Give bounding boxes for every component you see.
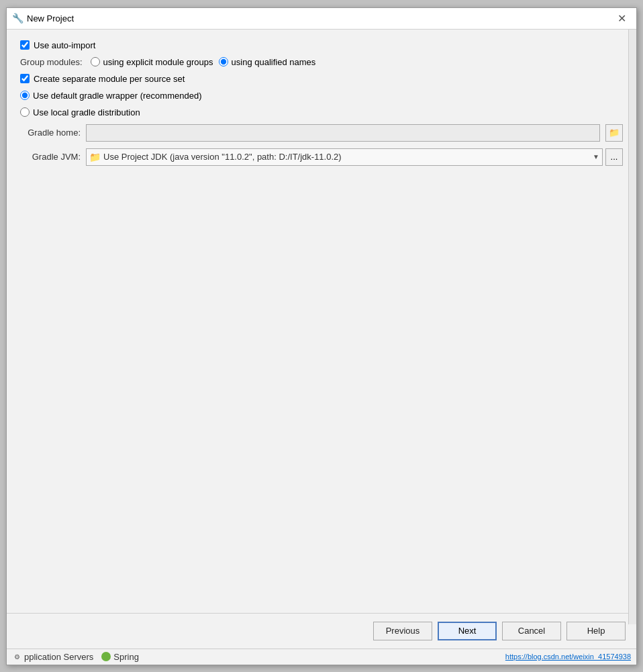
- jvm-select[interactable]: 📁 Use Project JDK (java version "11.0.2"…: [86, 148, 603, 166]
- qualified-names-text: using qualified names: [232, 57, 316, 67]
- qualified-names-radio[interactable]: [219, 57, 228, 66]
- jvm-select-container: 📁 Use Project JDK (java version "11.0.2"…: [86, 148, 623, 166]
- gradle-home-input[interactable]: [86, 124, 600, 142]
- scrollbar[interactable]: [628, 30, 636, 624]
- gradle-home-browse-button[interactable]: 📁: [605, 124, 623, 142]
- gradle-home-row: Gradle home: 📁: [20, 124, 623, 142]
- gradle-wrapper-label[interactable]: Use default gradle wrapper (recommended): [20, 91, 201, 101]
- jvm-browse-button[interactable]: ...: [605, 148, 623, 166]
- gradle-status-icon: ⚙: [12, 652, 21, 661]
- dialog-title: New Project: [27, 13, 74, 23]
- qualified-names-label[interactable]: using qualified names: [219, 57, 316, 67]
- folder-icon: 📁: [609, 128, 620, 138]
- separate-module-checkbox[interactable]: [20, 74, 30, 83]
- close-button[interactable]: ✕: [612, 9, 631, 28]
- main-area: [20, 173, 623, 441]
- spring-label: Spring: [113, 652, 139, 662]
- group-modules-label: Group modules:: [20, 57, 83, 67]
- gradle-jvm-label: Gradle JVM:: [20, 152, 81, 162]
- local-gradle-text: Use local gradle distribution: [33, 107, 140, 117]
- auto-import-row: Use auto-import: [20, 40, 623, 50]
- spring-item: Spring: [101, 652, 139, 662]
- status-bar: ⚙ pplication Servers Spring https://blog…: [7, 649, 636, 665]
- gradle-wrapper-text: Use default gradle wrapper (recommended): [33, 91, 201, 101]
- gradle-wrapper-row: Use default gradle wrapper (recommended): [20, 91, 623, 101]
- separate-module-row: Create separate module per source set: [20, 74, 623, 84]
- gradle-jvm-row: Gradle JVM: 📁 Use Project JDK (java vers…: [20, 148, 623, 166]
- cancel-button[interactable]: Cancel: [502, 622, 561, 640]
- spring-icon: [101, 652, 111, 661]
- jvm-folder-icon: 📁: [89, 152, 101, 162]
- local-gradle-radio[interactable]: [20, 107, 30, 117]
- auto-import-label[interactable]: Use auto-import: [20, 40, 95, 50]
- jvm-select-text: 📁 Use Project JDK (java version "11.0.2"…: [89, 152, 342, 162]
- app-icon: 🔧: [12, 13, 23, 23]
- help-button[interactable]: Help: [566, 622, 626, 640]
- title-bar-left: 🔧 New Project: [12, 13, 74, 23]
- gradle-home-label: Gradle home:: [20, 128, 81, 138]
- gradle-wrapper-radio[interactable]: [20, 91, 30, 100]
- local-gradle-label[interactable]: Use local gradle distribution: [20, 107, 140, 117]
- explicit-module-text: using explicit module groups: [103, 57, 213, 67]
- separate-module-text: Create separate module per source set: [34, 74, 185, 84]
- separate-module-label[interactable]: Create separate module per source set: [20, 74, 185, 84]
- local-gradle-row: Use local gradle distribution: [20, 107, 623, 117]
- servers-label: pplication Servers: [24, 652, 93, 662]
- group-modules-row: Group modules: using explicit module gro…: [20, 57, 623, 67]
- title-bar: 🔧 New Project ✕: [7, 8, 636, 30]
- jvm-value: Use Project JDK (java version "11.0.2", …: [103, 152, 342, 162]
- content-area: Use auto-import Group modules: using exp…: [7, 30, 636, 613]
- servers-item: ⚙ pplication Servers: [12, 652, 93, 662]
- explicit-module-label[interactable]: using explicit module groups: [91, 57, 213, 67]
- status-bar-left: ⚙ pplication Servers Spring: [12, 652, 139, 662]
- previous-button[interactable]: Previous: [373, 622, 432, 640]
- jvm-browse-dots: ...: [611, 152, 618, 162]
- status-url[interactable]: https://blog.csdn.net/weixin_41574938: [505, 653, 631, 661]
- new-project-dialog: 🔧 New Project ✕ Use auto-import Group mo…: [6, 7, 637, 665]
- next-button[interactable]: Next: [438, 622, 497, 640]
- explicit-module-radio[interactable]: [91, 57, 100, 66]
- auto-import-checkbox[interactable]: [20, 40, 30, 50]
- dropdown-arrow-icon: ▼: [593, 153, 599, 160]
- footer: Previous Next Cancel Help: [7, 613, 636, 649]
- auto-import-text: Use auto-import: [34, 40, 95, 50]
